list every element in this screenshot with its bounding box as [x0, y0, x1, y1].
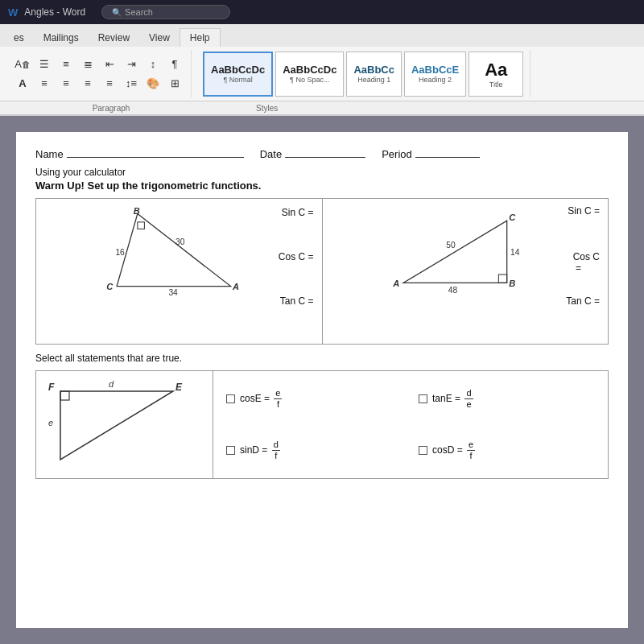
- style-heading1[interactable]: AaBbCc Heading 1: [346, 52, 402, 97]
- align-right-icon[interactable]: ≡: [78, 74, 97, 93]
- style-h1-label: Heading 1: [357, 76, 390, 84]
- svg-rect-1: [138, 222, 145, 229]
- period-field: Period: [382, 148, 480, 160]
- checkbox-tanE[interactable]: [419, 394, 427, 403]
- increase-indent-icon[interactable]: ⇥: [122, 55, 141, 74]
- doc-header: Name Date Period: [35, 148, 609, 160]
- bullets-icon[interactable]: ☰: [35, 55, 54, 74]
- align-left-icon[interactable]: ≡: [35, 74, 54, 93]
- align-center-icon[interactable]: ≡: [56, 74, 76, 93]
- date-line: [285, 157, 365, 158]
- style-normal-preview: AaBbCcDc: [211, 64, 265, 76]
- style-normal[interactable]: AaBbCcDc ¶ Normal: [203, 52, 273, 97]
- style-title-preview: Aa: [485, 60, 507, 80]
- style-nospac-preview: AaBbCcDc: [283, 64, 336, 76]
- triangle2-svg: A B C 50 48 14: [334, 207, 597, 303]
- doc-title: Warm Up! Set up the trigonometric functi…: [35, 180, 609, 192]
- svg-text:e: e: [48, 418, 53, 427]
- style-title-label: Title: [489, 80, 503, 89]
- svg-text:34: 34: [168, 288, 178, 297]
- period-line: [415, 157, 480, 158]
- checkbox-sinD[interactable]: [226, 446, 235, 455]
- title-bar: W Angles - Word 🔍 Search: [0, 0, 644, 24]
- style-no-spac[interactable]: AaBbCcDc ¶ No Spac...: [275, 52, 344, 97]
- style-title[interactable]: Aa Title: [469, 52, 523, 97]
- triangle-col-right: A B C 50 48 14 Sin C = Cos C = Tan C =: [323, 199, 609, 344]
- justify-icon[interactable]: ≡: [100, 74, 119, 93]
- eq-tanE: tanE = de: [419, 388, 595, 410]
- checkbox-cosD[interactable]: [419, 446, 427, 455]
- eq-cosD: cosD = ef: [419, 440, 595, 461]
- borders-icon[interactable]: ⊞: [165, 74, 184, 93]
- search-box[interactable]: 🔍 Search: [101, 5, 230, 19]
- style-h2-label: Heading 2: [419, 76, 452, 84]
- tab-view[interactable]: View: [139, 29, 180, 47]
- svg-text:A: A: [232, 282, 239, 291]
- svg-text:C: C: [106, 282, 114, 291]
- app-title-text: Angles - Word: [24, 6, 85, 18]
- eq-tanE-text: tanE = de: [432, 388, 475, 410]
- svg-text:C: C: [509, 213, 516, 222]
- doc-subtitle: Using your calculator: [35, 167, 609, 178]
- t2-cos: Cos C =: [573, 251, 600, 274]
- tab-review[interactable]: Review: [89, 29, 139, 47]
- style-nospac-label: ¶ No Spac...: [290, 76, 329, 84]
- decrease-indent-icon[interactable]: ⇤: [100, 55, 119, 74]
- svg-rect-17: [60, 391, 69, 400]
- line-spacing-icon[interactable]: ↕≡: [122, 74, 141, 93]
- font-clear-icon[interactable]: A🗑: [13, 55, 32, 74]
- ribbon-labels: Paragraph Styles: [0, 101, 644, 116]
- svg-rect-9: [498, 275, 506, 283]
- svg-marker-0: [117, 214, 230, 287]
- numbering-icon[interactable]: ≡: [56, 55, 76, 74]
- ribbon-tabs: es Mailings Review View Help: [0, 24, 644, 47]
- equations-col: cosE = ef tanE = de sinD = df cosD = ef: [213, 371, 608, 478]
- t2-sin: Sin C =: [568, 205, 600, 217]
- style-normal-label: ¶ Normal: [223, 76, 252, 84]
- word-icon: W: [8, 6, 18, 19]
- svg-text:A: A: [392, 279, 399, 288]
- triangles-section: B C A 16 30 34 Sin C = Cos C = Tan C =: [35, 198, 609, 345]
- svg-text:E: E: [175, 382, 183, 393]
- t2-tan: Tan C =: [566, 295, 600, 307]
- second-section: F E d e cosE = ef tanE = de: [35, 370, 609, 479]
- eq-cosE-text: cosE = ef: [240, 388, 283, 410]
- svg-text:48: 48: [448, 286, 457, 295]
- name-field: Name: [35, 148, 244, 160]
- show-formatting-icon[interactable]: ¶: [165, 55, 184, 74]
- date-field: Date: [260, 148, 365, 160]
- shading-icon[interactable]: 🎨: [143, 74, 163, 93]
- name-label: Name: [35, 148, 64, 160]
- svg-text:50: 50: [446, 241, 456, 250]
- eq-sinD-text: sinD = df: [240, 440, 282, 461]
- svg-marker-16: [60, 391, 173, 460]
- t1-cos: Cos C =: [279, 251, 314, 262]
- tab-help[interactable]: Help: [180, 28, 221, 47]
- paragraph-group: A🗑 ☰ ≡ ≣ ⇤ ⇥ ↕ ¶ A ≡ ≡ ≡ ≡ ↕≡ 🎨 ⊞: [6, 50, 192, 97]
- tab-es[interactable]: es: [4, 29, 34, 47]
- sort-icon[interactable]: ↕: [143, 55, 163, 74]
- svg-text:B: B: [134, 207, 140, 216]
- font-color-icon[interactable]: A: [13, 74, 32, 93]
- svg-text:B: B: [509, 279, 515, 288]
- app-title: W Angles - Word: [8, 6, 85, 19]
- ribbon-content: A🗑 ☰ ≡ ≣ ⇤ ⇥ ↕ ¶ A ≡ ≡ ≡ ≡ ↕≡ 🎨 ⊞ AaBbCc…: [0, 47, 644, 101]
- checkbox-cosE[interactable]: [226, 394, 235, 403]
- paragraph-tools-row2: A ≡ ≡ ≡ ≡ ↕≡ 🎨 ⊞: [13, 74, 184, 93]
- multilevel-icon[interactable]: ≣: [78, 55, 97, 74]
- document-page: Name Date Period Using your calculator W…: [16, 132, 628, 628]
- name-line: [67, 157, 244, 158]
- search-icon: 🔍: [112, 8, 122, 17]
- tab-mailings[interactable]: Mailings: [34, 29, 89, 47]
- styles-group-label: Styles: [256, 104, 278, 113]
- svg-text:F: F: [48, 382, 55, 393]
- paragraph-tools-row1: A🗑 ☰ ≡ ≣ ⇤ ⇥ ↕ ¶: [13, 55, 184, 74]
- svg-text:d: d: [109, 379, 114, 389]
- document-area: Name Date Period Using your calculator W…: [0, 116, 644, 644]
- search-placeholder: Search: [125, 7, 153, 17]
- triangle3-svg: F E d e: [44, 379, 205, 468]
- style-heading2[interactable]: AaBbCcE Heading 2: [404, 52, 466, 97]
- triangle1-svg: B C A 16 30 34: [47, 207, 311, 303]
- svg-text:30: 30: [175, 237, 185, 246]
- period-label: Period: [382, 148, 412, 160]
